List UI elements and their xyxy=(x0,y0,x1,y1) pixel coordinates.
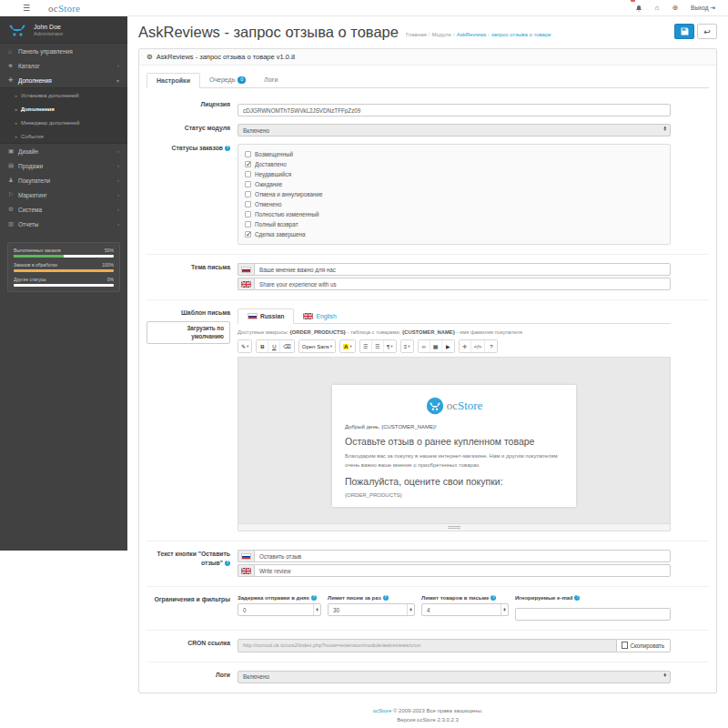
status-checkbox-shipped[interactable]: Доставлено xyxy=(245,159,663,169)
tab-russian[interactable]: Russian xyxy=(238,308,294,324)
module-status-select[interactable]: Включено ▲▼ xyxy=(238,124,671,136)
breadcrumb-home[interactable]: Главная xyxy=(406,32,427,37)
help-icon[interactable]: ? xyxy=(574,595,580,601)
spinner-arrows-icon[interactable]: ▲▼ xyxy=(500,604,508,615)
checkbox-icon xyxy=(245,221,251,228)
submenu-item-extensions[interactable]: »Дополнения xyxy=(0,102,127,116)
image-button[interactable]: ▦ xyxy=(430,340,442,352)
logout-icon: ⇥ xyxy=(711,5,715,12)
ocstore-logo[interactable]: ocStore xyxy=(48,3,80,14)
review-button-en-input[interactable] xyxy=(254,564,671,577)
save-button[interactable] xyxy=(674,24,694,39)
sidebar-item-system[interactable]: ⚙ Система › xyxy=(0,202,127,217)
sidebar-item-sales[interactable]: ▤ Продажи › xyxy=(0,158,127,173)
submenu-arrow-icon: » xyxy=(15,134,17,139)
status-checkbox-pending[interactable]: Ожидание xyxy=(245,179,663,189)
ignored-emails-input[interactable] xyxy=(515,608,671,621)
help-icon[interactable]: ? xyxy=(383,595,389,601)
chevron-down-icon: ▾ xyxy=(116,77,119,84)
bold-button[interactable]: B xyxy=(257,340,268,352)
cron-url-input[interactable] xyxy=(238,639,617,652)
sidebar-item-design[interactable]: ▣ Дизайн › xyxy=(0,144,127,158)
flag-en-addon xyxy=(238,564,254,577)
status-checkbox-canceled[interactable]: Отменено xyxy=(245,199,663,209)
progress-bar xyxy=(14,255,114,258)
back-button[interactable]: ↩ xyxy=(697,24,717,39)
status-checkbox-reversed[interactable]: Полностью измененный xyxy=(245,209,663,219)
help-icon[interactable]: ? xyxy=(311,595,317,601)
checkbox-icon xyxy=(245,191,251,197)
sidebar-item-dashboard[interactable]: ⌂ Панель управления xyxy=(0,44,127,58)
load-default-button[interactable]: Загрузить по умолчанию xyxy=(147,321,230,345)
submenu-item-modifications[interactable]: »Менеджер дополнений xyxy=(0,116,127,129)
subject-ru-input[interactable] xyxy=(254,263,671,276)
status-checkbox-voided[interactable]: Отмена и аннулирование xyxy=(245,189,663,199)
logs-select[interactable]: Включено ▲▼ xyxy=(238,671,671,683)
submenu-arrow-icon: » xyxy=(15,106,17,112)
spinner-arrows-icon[interactable]: ▲▼ xyxy=(407,604,414,615)
status-checkbox-full-refund[interactable]: Полный возврат xyxy=(245,219,663,229)
products-per-email-input[interactable]: 4▲▼ xyxy=(421,603,509,616)
progress-bar xyxy=(14,269,114,272)
breadcrumb-modules[interactable]: Модули xyxy=(431,32,451,37)
queue-count-badge: 0 xyxy=(238,76,246,84)
logout-button[interactable]: Выход ⇥ xyxy=(691,5,715,12)
emails-per-run-input[interactable]: 30▲▼ xyxy=(328,603,415,616)
sidebar-item-catalog[interactable]: ◈ Каталог › xyxy=(0,58,127,73)
ordered-list-button[interactable]: ☰ xyxy=(372,340,384,352)
tab-english[interactable]: English xyxy=(294,308,345,323)
sidebar-item-marketing[interactable]: ⚐ Маркетинг › xyxy=(0,187,127,202)
stat-processing-orders: Заказов в обработке100% xyxy=(14,262,114,272)
style-dropdown-button[interactable]: ✎▾ xyxy=(238,340,251,352)
sidebar-item-extensions[interactable]: ✚ Дополнения ▾ xyxy=(0,73,127,87)
video-button[interactable]: ▶ xyxy=(442,340,454,352)
checkbox-icon xyxy=(245,151,251,157)
email-template-editor[interactable]: ocStore Добрый день, {CUSTOMER_NAME}! Ос… xyxy=(238,357,671,524)
submenu-item-installer[interactable]: »Установка дополнений xyxy=(0,88,127,102)
tab-logs[interactable]: Логи xyxy=(255,73,287,87)
license-label: Лицензия xyxy=(147,100,238,109)
notifications-button[interactable]: 0 xyxy=(635,0,642,16)
delay-days-input[interactable]: 0▲▼ xyxy=(238,603,321,616)
design-icon: ▣ xyxy=(8,147,18,155)
flag-ru-addon xyxy=(238,550,254,562)
storefront-icon[interactable]: ⊕ xyxy=(672,4,678,12)
breadcrumb-current[interactable]: AskReviews - запрос отзыва о товаре xyxy=(457,32,551,37)
underline-button[interactable]: U xyxy=(268,340,280,352)
status-checkbox-complete[interactable]: Сделка завершена xyxy=(245,229,663,239)
home-icon[interactable]: ⌂ xyxy=(655,4,660,12)
submenu-item-events[interactable]: »События xyxy=(0,129,127,143)
help-icon[interactable]: ? xyxy=(225,561,230,566)
code-view-button[interactable]: </> xyxy=(471,340,486,352)
sidebar-item-customers[interactable]: ♟ Покупатели › xyxy=(0,173,127,187)
fullscreen-button[interactable]: ✛ xyxy=(460,340,471,352)
order-stats-panel: Выполненных заказов50% Заказов в обработ… xyxy=(7,242,120,292)
copy-button[interactable]: Скопировать xyxy=(617,639,671,652)
paragraph-dropdown[interactable]: ¶▾ xyxy=(384,340,396,352)
review-button-ru-input[interactable] xyxy=(254,550,671,562)
help-button[interactable]: ? xyxy=(485,340,497,352)
user-profile[interactable]: John Doe Administrator xyxy=(0,16,127,44)
subject-en-input[interactable] xyxy=(254,278,671,290)
help-icon[interactable]: ? xyxy=(225,146,230,151)
license-input[interactable] xyxy=(238,104,671,116)
sidebar-item-reports[interactable]: ▥ Отчеты › xyxy=(0,217,127,231)
status-checkbox-failed[interactable]: Неудавшийся xyxy=(245,169,663,179)
help-icon[interactable]: ? xyxy=(490,595,496,601)
breadcrumb: Главная/Модули/AskReviews - запрос отзыв… xyxy=(406,32,551,37)
clear-format-button[interactable]: ⌫ xyxy=(280,340,293,352)
editor-resize-bar[interactable] xyxy=(238,524,671,531)
tab-settings[interactable]: Настройки xyxy=(147,73,200,88)
menu-toggle-icon[interactable]: ☰ xyxy=(23,4,30,13)
font-color-button[interactable]: A▾ xyxy=(340,340,355,352)
link-button[interactable]: ∞ xyxy=(419,340,430,352)
sales-icon: ▤ xyxy=(8,162,18,169)
tab-queue[interactable]: Очередь0 xyxy=(200,73,255,87)
unordered-list-button[interactable]: ☰ xyxy=(360,340,372,352)
spinner-arrows-icon[interactable]: ▲▼ xyxy=(313,604,320,615)
font-family-dropdown[interactable]: Open Sans▾ xyxy=(299,340,335,352)
status-checkbox-refunded[interactable]: Возмещенный xyxy=(245,149,663,159)
line-height-dropdown[interactable]: ≡▾ xyxy=(401,340,413,352)
ocstore-footer-link[interactable]: ocStore xyxy=(373,708,392,713)
ignored-emails-label: Игнорируемые e-mail? xyxy=(515,595,671,601)
